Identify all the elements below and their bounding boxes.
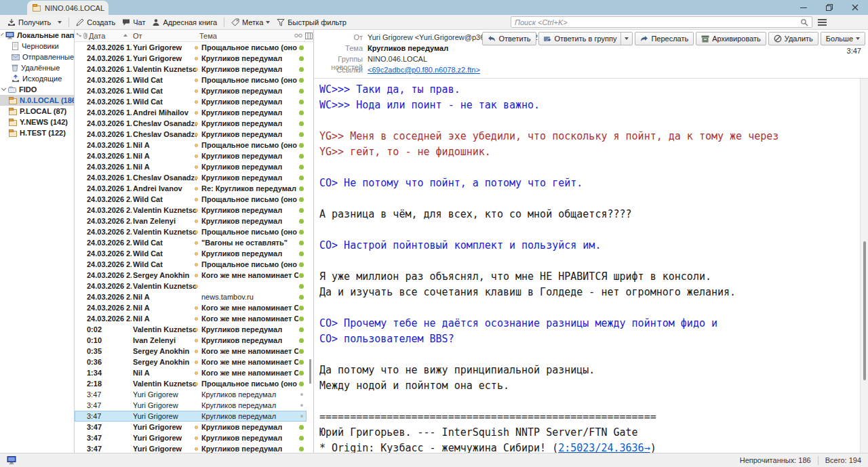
unread-dot-icon[interactable]	[299, 197, 304, 202]
message-row[interactable]: 24.03.2026 1...Andrei IvanovRe: Круглико…	[75, 183, 307, 194]
message-row[interactable]: 24.03.2026 2...Wild CatПрощальное письмо…	[75, 259, 307, 270]
forward-button[interactable]: Переслать	[635, 32, 694, 45]
unread-dot-icon[interactable]	[299, 208, 304, 213]
quick-filter-button[interactable]: Быстрый фильтр	[273, 17, 350, 28]
unread-dot-icon[interactable]	[299, 317, 304, 321]
unread-dot-icon[interactable]	[299, 100, 304, 104]
message-row[interactable]: 24.03.2026 1...Wild CatПрощальное письмо…	[75, 75, 307, 85]
message-row[interactable]: 24.03.2026 1...Wild CatКругликов передум…	[75, 96, 307, 107]
message-row[interactable]: 24.03.2026 2...Nil AКого же мне напомина…	[75, 302, 307, 313]
unread-dot-icon[interactable]	[299, 56, 304, 61]
archive-button[interactable]: Архивировать	[696, 32, 766, 45]
newsgroup-plocal[interactable]: P.LOCAL (87)	[0, 106, 74, 117]
reply-group-dropdown[interactable]	[620, 33, 632, 45]
reply-button[interactable]: Ответить	[482, 32, 536, 45]
more-button[interactable]: Больше	[821, 32, 865, 45]
unread-dot-icon[interactable]	[299, 371, 304, 375]
message-row[interactable]: 24.03.2026 1...Nil AКругликов передумал	[75, 161, 307, 172]
references-link[interactable]: <69c2adbc@p0.f80.n6078.z2.ftn>	[368, 66, 480, 74]
unread-dot-icon[interactable]	[299, 349, 304, 354]
message-row[interactable]: 24.03.2026 2...Ivan ZelenyiКругликов пер…	[75, 216, 307, 226]
column-picker-icon[interactable]	[305, 33, 313, 39]
reply-group-button[interactable]: Ответить в группу	[538, 32, 633, 45]
message-row[interactable]: 24.03.2026 2...Valentin KuznetsovКруглик…	[75, 205, 307, 216]
unread-dot-icon[interactable]	[299, 284, 304, 289]
message-row[interactable]: 24.03.2026 1...Cheslav OsanadzeКругликов…	[75, 129, 307, 140]
unread-dot-icon[interactable]	[299, 360, 304, 365]
expander-chevron-icon[interactable]	[1, 33, 3, 35]
minimize-button[interactable]	[791, 0, 816, 15]
unread-dot-icon[interactable]	[299, 306, 304, 310]
message-row[interactable]: 3:47Yuri GrigorewКругликов передумал	[75, 400, 307, 411]
tab-nino-046-local[interactable]: NINO.046.LOCAL	[27, 1, 108, 15]
message-row[interactable]: 24.03.2026 1...Yuri GrigorewКругликов пе…	[75, 53, 307, 64]
unread-dot-icon[interactable]	[299, 78, 304, 83]
unread-dot-icon[interactable]	[299, 327, 304, 332]
unread-dot-icon[interactable]	[299, 45, 304, 50]
message-row[interactable]: 3:47Yuri GrigorewКругликов передумал	[75, 422, 307, 432]
folder-outbox[interactable]: Исходящие	[0, 73, 74, 84]
unread-dot-icon[interactable]	[299, 121, 304, 126]
folder-trash[interactable]: Удалённые	[0, 62, 74, 73]
message-row[interactable]: 24.03.2026 1...Cheslav OsanadzeКругликов…	[75, 118, 307, 129]
read-dot-icon[interactable]	[300, 404, 303, 407]
search-input[interactable]: Поиск <Ctrl+K>	[511, 16, 812, 28]
unread-dot-icon[interactable]	[299, 67, 304, 72]
read-dot-icon[interactable]	[300, 393, 303, 396]
message-row[interactable]: 3:47Yuri GrigorewКругликов передумал	[75, 411, 307, 422]
message-row[interactable]: 0:10Ivan ZelenyiКругликов передумал	[75, 335, 307, 346]
message-row[interactable]: 24.03.2026 1...Nil AПрощальное письмо (о…	[75, 140, 307, 150]
message-row[interactable]: 24.03.2026 2...Wild CatПрощальное письмо…	[75, 194, 307, 205]
message-row[interactable]: 24.03.2026 1...Valentin KuznetsovКруглик…	[75, 64, 307, 75]
message-row[interactable]: 24.03.2026 2...Nil AКого же мне напомина…	[75, 313, 307, 324]
folder-drafts[interactable]: Черновики	[0, 41, 74, 52]
unread-dot-icon[interactable]	[299, 154, 304, 159]
message-row[interactable]: 3:47Yuri GrigorewКругликов передумал	[75, 432, 307, 443]
unread-dot-icon[interactable]	[299, 143, 304, 148]
message-row[interactable]: 24.03.2026 1...Wild CatКругликов передум…	[75, 85, 307, 96]
read-column-icon[interactable]	[294, 33, 302, 38]
unread-dot-icon[interactable]	[299, 186, 304, 191]
unread-dot-icon[interactable]	[299, 273, 304, 278]
unread-dot-icon[interactable]	[299, 382, 304, 386]
compose-button[interactable]: Создать	[73, 17, 119, 28]
unread-dot-icon[interactable]	[299, 295, 304, 300]
message-row[interactable]: 2:18Valentin KuznetsovПрощальное письмо …	[75, 378, 307, 389]
newsgroup-n0local[interactable]: N.0.LOCAL (186)	[0, 95, 74, 106]
unread-dot-icon[interactable]	[299, 165, 304, 169]
list-scrollbar-thumb[interactable]	[309, 359, 311, 384]
message-row[interactable]: 24.03.2026 2...Sergey AnokhinКого же мне…	[75, 270, 307, 281]
message-row[interactable]: 0:35Sergey AnokhinКого же мне напоминает…	[75, 346, 307, 357]
message-row[interactable]: 24.03.2026 2...Wild CatКругликов передум…	[75, 248, 307, 259]
message-row[interactable]: 24.03.2026 2...Valentin Kuznetsov	[75, 281, 307, 291]
delete-button[interactable]: Удалить	[768, 32, 818, 45]
address-book-button[interactable]: Адресная книга	[149, 17, 220, 28]
unread-dot-icon[interactable]	[299, 89, 304, 94]
message-row[interactable]: 3:47Yuri GrigorewКругликов передумал	[75, 443, 307, 453]
message-row[interactable]: 24.03.2026 2...Nil Anews.tambov.ru	[75, 291, 307, 302]
newsgroup-ynews[interactable]: Y.NEWS (142)	[0, 117, 74, 127]
message-row[interactable]: 24.03.2026 1...Nil AКругликов передумал	[75, 150, 307, 161]
newsgroup-htest[interactable]: H.TEST (122)	[0, 127, 74, 138]
unread-dot-icon[interactable]	[299, 436, 304, 441]
unread-dot-icon[interactable]	[299, 251, 304, 256]
folder-local-folders[interactable]: Локальные папки	[0, 30, 74, 41]
thread-column-icon[interactable]	[76, 33, 82, 39]
unread-dot-icon[interactable]	[299, 425, 304, 430]
read-dot-icon[interactable]	[300, 415, 303, 418]
tag-button[interactable]: Метка	[228, 17, 273, 28]
message-scrollbar-thumb[interactable]	[863, 241, 866, 380]
message-row[interactable]: 24.03.2026 1...Andrei MihailovКругликов …	[75, 107, 307, 118]
attachment-column-icon[interactable]	[83, 32, 88, 39]
folder-sent[interactable]: Отправленные	[0, 52, 74, 62]
unread-dot-icon[interactable]	[299, 230, 304, 235]
message-row[interactable]: 1:34Nil AКого же мне напоминает ChatG...	[75, 367, 307, 378]
column-header-subject[interactable]: Тема	[199, 32, 217, 40]
maximize-button[interactable]	[816, 0, 842, 15]
expander-chevron-icon[interactable]	[1, 86, 6, 91]
message-row[interactable]: 0:02Valentin KuznetsovКругликов передума…	[75, 324, 307, 335]
message-row[interactable]: 24.03.2026 2...Wild Cat"Вагоны не оставл…	[75, 237, 307, 248]
unread-dot-icon[interactable]	[299, 132, 304, 137]
column-header-from[interactable]: От	[133, 32, 142, 40]
message-row[interactable]: 24.03.2026 2...Valentin KuznetsovПрощаль…	[75, 226, 307, 237]
